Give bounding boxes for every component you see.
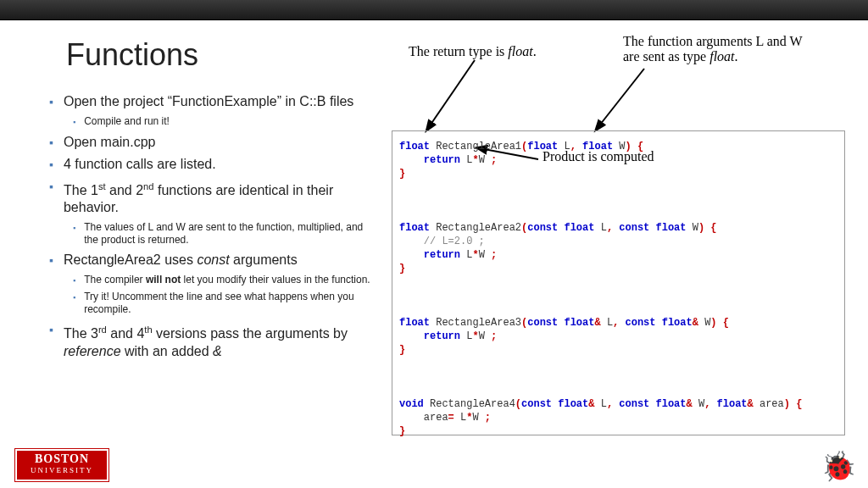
window-titlebar <box>0 0 868 20</box>
bullet-level2: ▪Try it! Uncomment the line and see what… <box>73 291 380 316</box>
bullet-list: ▪Open the project “FunctionExample” in C… <box>49 88 380 365</box>
arrow-icon <box>424 58 492 135</box>
slide-body: Functions ▪Open the project “FunctionExa… <box>0 20 868 488</box>
bullet-level2: ▪The compiler will not let you modify th… <box>73 274 380 287</box>
bullet-level1: ▪4 function calls are listed. <box>49 156 380 173</box>
bullet-level1: ▪The 3rd and 4th versions pass the argum… <box>49 321 380 359</box>
annotation-args: The function arguments L and W are sent … <box>623 34 843 64</box>
bullet-level2: ▪The values of L and W are sent to the f… <box>73 221 380 247</box>
bullet-level1: ▪Open the project “FunctionExample” in C… <box>49 93 380 110</box>
arrow-icon <box>593 67 661 135</box>
page-title: Functions <box>66 37 198 73</box>
bullet-level1: ▪Open main.cpp <box>49 134 380 151</box>
bullet-level1: ▪The 1st and 2nd functions are identical… <box>49 178 380 216</box>
bullet-level2: ▪Compile and run it! <box>73 115 380 129</box>
svg-line-1 <box>600 69 644 125</box>
code-block: float RectangleArea1(float L, float W) {… <box>392 130 845 435</box>
bullet-level1: ▪RectangleArea2 uses const arguments <box>49 252 380 269</box>
svg-line-0 <box>431 60 475 125</box>
annotation-return-type: The return type is float. <box>409 44 537 59</box>
boston-university-logo: BOSTON UNIVERSITY <box>15 449 108 481</box>
ladybug-icon: 🐞 <box>821 449 856 483</box>
